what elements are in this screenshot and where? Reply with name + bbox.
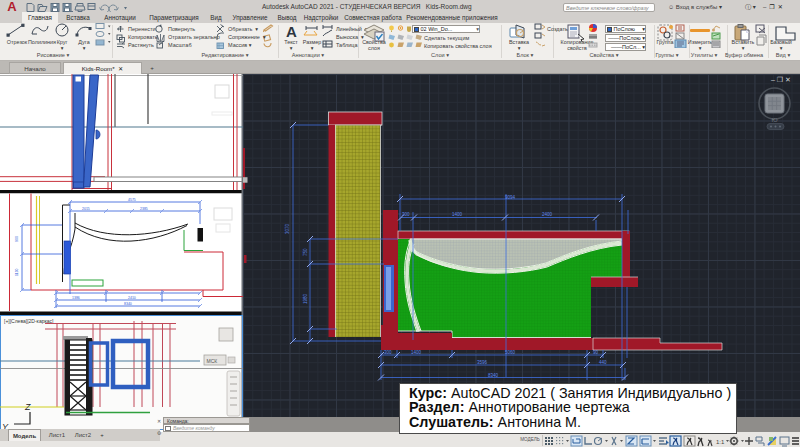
svg-text:– ❐ ✕: – ❐ ✕ [771, 76, 791, 83]
svg-text:440: 440 [599, 360, 607, 365]
svg-text:8340: 8340 [124, 302, 132, 306]
svg-text:Ю: Ю [772, 117, 778, 123]
svg-text:2410: 2410 [128, 296, 136, 300]
svg-text:1400: 1400 [411, 350, 422, 355]
svg-text:750: 750 [303, 248, 308, 256]
svg-text:90: 90 [593, 350, 599, 355]
svg-text:1980: 1980 [303, 293, 308, 304]
svg-text:[+][Слева][2D-каркас]: [+][Слева][2D-каркас] [4, 318, 54, 324]
svg-text:2400: 2400 [542, 212, 553, 217]
svg-text:3596: 3596 [477, 360, 488, 365]
svg-text:5060: 5060 [505, 350, 516, 355]
svg-text:3070: 3070 [285, 223, 290, 234]
svg-text:МСК: МСК [207, 358, 218, 364]
svg-text:Z: Z [24, 402, 31, 412]
svg-text:8340: 8340 [488, 373, 499, 378]
svg-text:1100: 1100 [15, 268, 19, 276]
svg-text:2015: 2015 [82, 207, 90, 211]
svg-text:9094: 9094 [505, 195, 516, 200]
svg-text:1400: 1400 [452, 212, 463, 217]
svg-text:2385: 2385 [140, 207, 148, 211]
svg-text:300: 300 [384, 350, 392, 355]
svg-text:300: 300 [402, 212, 410, 217]
svg-text:1386: 1386 [72, 296, 80, 300]
svg-text:900: 900 [15, 236, 19, 242]
svg-text:1:1: 1:1 [716, 439, 725, 445]
svg-text:4575: 4575 [128, 198, 136, 202]
